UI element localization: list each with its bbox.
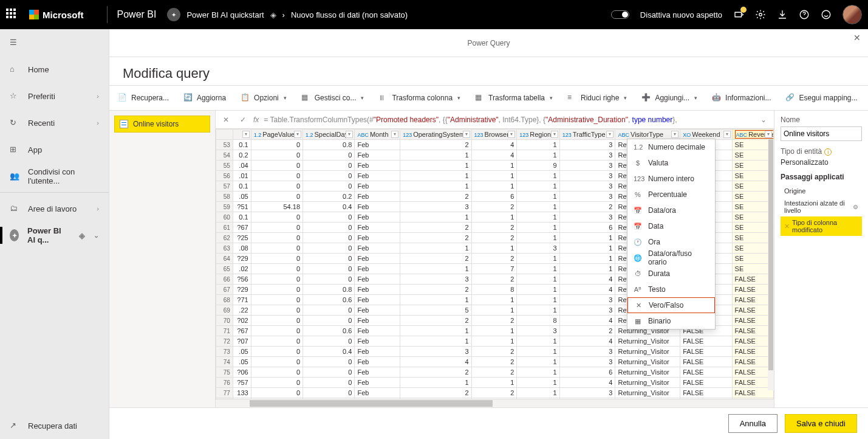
table-icon	[120, 120, 128, 128]
type-option-7[interactable]: 🌐Data/ora/fuso orario	[627, 250, 715, 266]
queries-pane: Online visitors	[109, 111, 216, 407]
step-settings-icon[interactable]: ⚙	[853, 204, 858, 210]
nav-workspaces[interactable]: 🗂Aree di lavoro›	[0, 195, 109, 222]
nav-ws-label: Aree di lavoro	[28, 204, 77, 213]
workspace-badge-icon: ✦	[167, 8, 180, 21]
table-row[interactable]: 72 ?07 0 0 Feb 1 1 1 4 Returning_Visitor…	[216, 336, 774, 347]
nav-get-data[interactable]: ↗Recupera dati	[0, 412, 109, 439]
nav-recover-label: Recupera dati	[28, 421, 77, 430]
col-header-weekend[interactable]: XOWeekend▾	[680, 130, 732, 140]
col-header-revenue[interactable]: ABCRevenue▾	[732, 130, 773, 140]
type-option-0[interactable]: 1.2Numero decimale	[627, 139, 715, 155]
col-header-specialday[interactable]: 1.2SpecialDay▾	[303, 130, 355, 140]
type-option-5[interactable]: 📅Data	[627, 218, 715, 234]
fx-cancel-icon[interactable]: ✕	[219, 113, 233, 126]
vertical-scrollbar[interactable]	[768, 139, 774, 390]
table-row[interactable]: 74 .05 0 0 Feb 4 2 1 3 Returning_Visitor…	[216, 357, 774, 367]
app-launcher-icon[interactable]	[6, 9, 18, 21]
nav-recent-label: Recenti	[28, 119, 55, 128]
nav-home-label: Home	[28, 65, 49, 74]
chevron-right-icon: ›	[97, 92, 99, 100]
feedback-smile-icon[interactable]	[821, 9, 832, 20]
query-item[interactable]: Online visitors	[114, 116, 210, 133]
cancel-button[interactable]: Annulla	[728, 414, 777, 433]
svg-point-0	[759, 13, 762, 16]
footer: Annulla Salva e chiudi	[109, 407, 868, 439]
col-header-visitortype[interactable]: ABCVisitorType▾	[615, 130, 680, 140]
formula-input[interactable]: = Table.TransformColumnTypes(#"Promoted …	[262, 114, 753, 125]
tb-mapping[interactable]: 🔗Esegui mapping...	[782, 91, 861, 105]
col-header-region[interactable]: 123Region▾	[517, 130, 559, 140]
download-icon[interactable]	[777, 9, 788, 20]
nav-apps[interactable]: ⊞App	[0, 136, 109, 163]
col-header-month[interactable]: ABCMonth▾	[355, 130, 400, 140]
left-nav: ☰ ⌂Home ☆Preferiti› ↻Recenti› ⊞App 👥Cond…	[0, 29, 109, 439]
type-option-8[interactable]: ⏱Durata	[627, 266, 715, 282]
chevron-right-icon: ›	[282, 10, 285, 19]
type-option-3[interactable]: %Percentuale	[627, 187, 715, 202]
fx-commit-icon[interactable]: ✓	[236, 113, 250, 126]
type-option-4[interactable]: 📅Data/ora	[627, 202, 715, 218]
global-header: Microsoft Power BI ✦ Power BI AI quickst…	[0, 0, 868, 29]
formula-bar: ✕ ✓ fx = Table.TransformColumnTypes(#"Pr…	[216, 111, 774, 129]
col-header-traffictype[interactable]: 123TrafficType▾	[559, 130, 615, 140]
nav-fav-label: Preferiti	[28, 92, 55, 101]
chevron-down-icon: ⌄	[94, 232, 99, 240]
tb-aggiorna[interactable]: 🔄Aggiorna	[180, 91, 230, 105]
tb-trasftab[interactable]: ▦Trasforma tabella▾	[471, 91, 556, 105]
type-option-10[interactable]: ✕Vero/Falso	[627, 297, 715, 313]
type-option-2[interactable]: 123Numero intero	[627, 171, 715, 187]
divider	[107, 6, 108, 23]
user-avatar[interactable]	[842, 5, 862, 24]
settings-gear-icon[interactable]	[755, 9, 766, 20]
notifications-icon[interactable]	[733, 9, 744, 20]
nav-current-workspace[interactable]: ✦Power BI AI q...◈⌄	[0, 222, 109, 249]
nav-shared[interactable]: 👥Condivisi con l'utente...	[0, 163, 109, 190]
table-row[interactable]: 75 ?06 0 0 Feb 2 2 1 6 Returning_Visitor…	[216, 367, 774, 378]
applied-step[interactable]: ✕ Tipo di colonna modificato	[781, 216, 862, 236]
tb-trasfcol[interactable]: ⫼Trasforma colonna▾	[375, 91, 464, 105]
horizontal-scrollbar[interactable]	[216, 399, 774, 407]
tb-gestisci[interactable]: ▦Gestisci co...▾	[298, 91, 368, 105]
type-option-9[interactable]: AᴮTesto	[627, 282, 715, 297]
type-option-11[interactable]: ▦Binario	[627, 313, 715, 329]
info-icon[interactable]: i	[824, 148, 832, 156]
tb-info[interactable]: 🤖Informazioni...	[708, 91, 774, 105]
query-name: Online visitors	[133, 120, 179, 128]
table-row[interactable]: 77 133 0 0 Feb 2 2 1 3 Returning_Visitor…	[216, 388, 774, 398]
table-row[interactable]: 76 ?57 0 0 Feb 1 1 1 4 Returning_Visitor…	[216, 378, 774, 388]
table-row[interactable]: 73 .05 0 0.4 Feb 3 2 1 3 Returning_Visit…	[216, 347, 774, 357]
prop-name-label: Nome	[781, 116, 862, 124]
pq-header: Power Query ✕	[109, 29, 868, 57]
appearance-toggle[interactable]	[611, 10, 629, 19]
type-option-1[interactable]: $Valuta	[627, 155, 715, 171]
tb-recupera[interactable]: 📄Recupera...	[114, 91, 173, 105]
nav-home[interactable]: ⌂Home	[0, 56, 109, 83]
nav-wscurrent-label: Power BI AI q...	[27, 226, 70, 244]
chevron-right-icon: ›	[97, 205, 99, 212]
grid-area: ✕ ✓ fx = Table.TransformColumnTypes(#"Pr…	[216, 111, 774, 407]
nav-toggle[interactable]: ☰	[0, 29, 109, 56]
tb-opzioni[interactable]: 📋Opzioni▾	[237, 91, 290, 105]
tb-aggiungi[interactable]: ➕Aggiungi...▾	[638, 91, 701, 105]
col-header-browser[interactable]: 123Browser▾	[471, 130, 517, 140]
prop-name-input[interactable]	[781, 126, 862, 141]
save-close-button[interactable]: Salva e chiudi	[785, 414, 857, 433]
applied-step[interactable]: Origine	[781, 185, 862, 197]
appearance-toggle-label: Disattiva nuovo aspetto	[640, 10, 722, 19]
col-header-pagevalues[interactable]: 1.2PageValues▾	[251, 130, 302, 140]
type-option-6[interactable]: 🕐Ora	[627, 234, 715, 250]
tb-riduci[interactable]: ≡Riduci righe▾	[564, 91, 630, 105]
nav-favorites[interactable]: ☆Preferiti›	[0, 83, 109, 109]
close-icon[interactable]: ✕	[853, 33, 861, 43]
pq-header-title: Power Query	[467, 39, 510, 47]
nav-app-label: App	[28, 145, 42, 154]
col-header-operatingsystems[interactable]: 123OperatingSystems▾	[400, 130, 471, 140]
data-grid[interactable]: ▾1.2PageValues▾1.2SpecialDay▾ABCMonth▾12…	[216, 129, 774, 399]
fx-expand-icon[interactable]: ⌄	[757, 113, 770, 126]
svg-point-2	[822, 10, 830, 19]
applied-step[interactable]: Intestazioni alzate di livello⚙	[781, 197, 862, 216]
breadcrumb-workspace[interactable]: Power BI AI quickstart	[186, 10, 264, 19]
nav-recent[interactable]: ↻Recenti›	[0, 109, 109, 136]
help-icon[interactable]	[799, 9, 810, 20]
